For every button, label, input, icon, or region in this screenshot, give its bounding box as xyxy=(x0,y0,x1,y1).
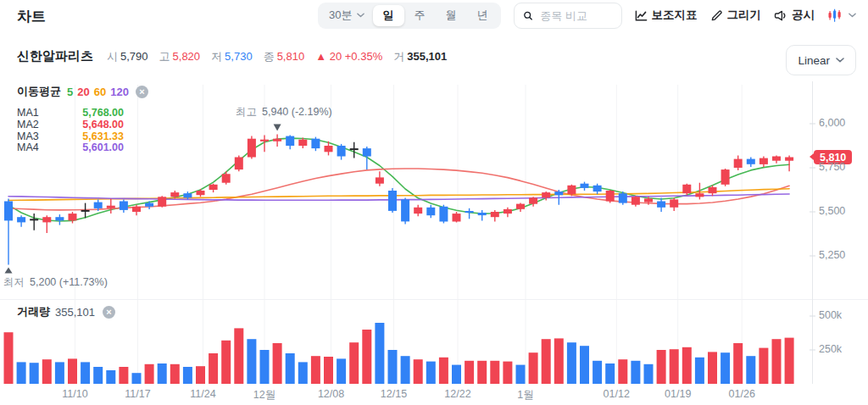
date-axis-label: 11/17 xyxy=(125,388,150,400)
date-axis-label: 12/15 xyxy=(381,388,407,400)
volume-close-icon[interactable]: × xyxy=(103,306,115,319)
ma3-row: MA35,631.33 xyxy=(17,131,124,143)
volume-legend: 거래량 355,101 × xyxy=(17,304,115,319)
date-axis-label: 01/12 xyxy=(604,388,630,400)
highest-price-annotation: 최고5,940 (-2.19%) xyxy=(236,105,332,119)
ma-close-icon[interactable]: × xyxy=(136,86,148,98)
ma-period-60: 60 xyxy=(94,86,106,98)
date-axis-label: 11/24 xyxy=(190,388,215,400)
ma-period-120: 120 xyxy=(110,86,129,98)
ma-legend-title: 이동평균 xyxy=(17,84,61,99)
date-axis-label: 12/22 xyxy=(444,388,470,400)
ma2-row: MA25,648.00 xyxy=(17,119,124,131)
volume-axis-label: 500k xyxy=(819,309,858,321)
price-axis-label: 5,500 xyxy=(819,205,858,217)
stock-chart-page: 차트 30분 일 주 월 년 보조지표 그리기 공시 xyxy=(0,0,868,405)
ma4-row: MA45,601.00 xyxy=(17,142,124,154)
date-axis-label: 1월 xyxy=(517,388,533,402)
price-axis-label: 5,250 xyxy=(819,249,858,261)
price-axis-label: 5,750 xyxy=(819,161,858,173)
date-axis-label: 12월 xyxy=(253,388,275,402)
date-axis-label: 11/10 xyxy=(62,388,87,400)
price-axis-label: 6,000 xyxy=(819,117,858,129)
lowest-price-annotation: 최저5,200 (+11.73%) xyxy=(3,275,108,290)
ma-values-panel: MA15,768.00 MA25,648.00 MA35,631.33 MA45… xyxy=(17,108,124,154)
ma1-row: MA15,768.00 xyxy=(17,108,124,119)
ma-period-20: 20 xyxy=(77,86,89,98)
date-axis-label: 01/26 xyxy=(729,388,755,400)
volume-legend-value: 355,101 xyxy=(55,306,95,319)
volume-axis-label: 250k xyxy=(819,343,858,355)
ma-period-5: 5 xyxy=(67,86,73,98)
volume-legend-title: 거래량 xyxy=(17,304,50,319)
ma-legend: 이동평균 5 20 60 120 × xyxy=(17,84,148,99)
price-volume-chart[interactable] xyxy=(0,0,868,405)
date-axis-label: 12/08 xyxy=(318,388,344,400)
date-axis-label: 01/19 xyxy=(665,388,691,400)
